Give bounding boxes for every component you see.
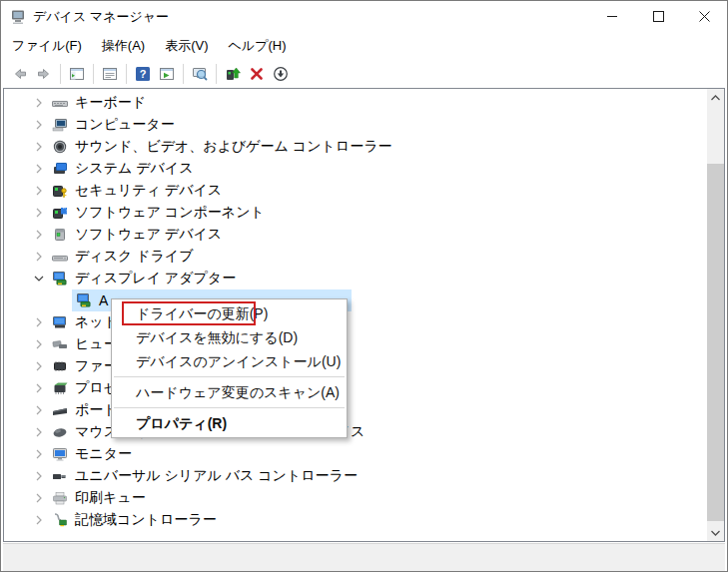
tree-item[interactable]: ディスプレイ アダプター [4,268,724,289]
tree-item-label: モニター [75,445,132,463]
tree-item[interactable]: ディスク ドライブ [4,246,724,268]
close-button[interactable] [681,1,727,32]
chevron-collapsed-icon[interactable] [34,95,52,111]
chevron-collapsed-icon[interactable] [34,424,52,440]
chevron-collapsed-icon[interactable] [34,446,52,462]
update-driver-icon [225,66,241,82]
tree-item-label: ソフトウェア コンポーネント [75,204,265,222]
tree-item-label: ディスク ドライブ [75,248,194,266]
tree-item[interactable]: 記憶域コントローラー [4,509,724,531]
minimize-button[interactable] [589,1,635,32]
action-pane-button[interactable] [156,63,178,85]
toolbar-separator [183,64,184,84]
menubar-item-2[interactable]: 表示(V) [155,32,218,60]
svg-text:?: ? [140,68,147,80]
scroll-down-button[interactable] [707,524,724,541]
vertical-scrollbar[interactable] [707,89,724,541]
chevron-collapsed-icon[interactable] [34,117,52,133]
context-menu-item-6[interactable]: プロパティ(R) [112,411,347,435]
chevron-collapsed-icon[interactable] [34,336,52,352]
tree-item-label: ソフトウェア デバイス [75,226,222,244]
scroll-up-button[interactable] [707,89,724,106]
help-button[interactable]: ? [132,63,154,85]
display-adapter-icon [76,292,92,308]
chevron-collapsed-icon[interactable] [34,227,52,243]
context-menu-item-4[interactable]: ハードウェア変更のスキャン(A) [112,380,347,404]
system-device-icon [52,161,68,177]
scan-hardware-icon [192,66,208,82]
chevron-collapsed-icon[interactable] [34,380,52,396]
minimize-icon [607,16,617,17]
action-pane-icon [159,66,175,82]
software-device-icon [52,227,68,243]
menubar-item-3[interactable]: ヘルプ(H) [219,32,297,60]
show-console-tree-icon [69,66,85,82]
chevron-collapsed-icon[interactable] [34,249,52,265]
tree-item-label: ユニバーサル シリアル バス コントローラー [75,467,358,485]
context-menu-item-1[interactable]: デバイスを無効にする(D) [112,325,347,349]
storage-controller-icon [52,512,68,528]
tree-item-label: キーボード [75,94,146,112]
forward-button[interactable] [33,63,55,85]
tree-item-label: ディスプレイ アダプター [75,270,236,287]
context-menu: ドライバーの更新(P)デバイスを無効にする(D)デバイスのアンインストール(U)… [111,298,348,438]
show-console-tree-button[interactable] [66,63,88,85]
computer-icon [52,117,68,133]
chevron-collapsed-icon[interactable] [34,205,52,221]
port-icon [52,402,68,418]
disable-device-button[interactable] [270,63,292,85]
tree-item[interactable]: セキュリティ デバイス [4,180,724,202]
tree-item-label: システム デバイス [75,160,194,178]
maximize-icon [653,11,664,22]
software-component-icon [52,205,68,221]
titlebar: デバイス マネージャー [1,1,727,32]
chevron-collapsed-icon[interactable] [34,314,52,330]
scrollbar-thumb[interactable] [707,164,724,521]
chevron-down-icon [711,530,720,536]
toolbar-separator [126,64,127,84]
tree-item[interactable]: キーボード [4,92,724,114]
processor-icon [52,380,68,396]
menu-separator [114,407,345,408]
uninstall-device-button[interactable] [246,63,268,85]
chevron-collapsed-icon[interactable] [34,183,52,199]
menubar-item-1[interactable]: 操作(A) [92,32,155,60]
back-button[interactable] [9,63,31,85]
toolbar-separator [216,64,217,84]
disk-drive-icon [52,249,68,265]
help-icon: ? [135,66,151,82]
update-driver-button[interactable] [222,63,244,85]
menubar: ファイル(F)操作(A)表示(V)ヘルプ(H) [1,32,727,59]
tree-item[interactable]: システム デバイス [4,158,724,180]
maximize-button[interactable] [635,1,681,32]
chevron-collapsed-icon[interactable] [34,468,52,484]
chevron-collapsed-icon[interactable] [34,512,52,528]
network-adapter-icon [52,314,68,330]
chevron-collapsed-icon[interactable] [34,358,52,374]
tree-item[interactable]: コンピューター [4,114,724,136]
chevron-up-icon [711,95,720,101]
chevron-collapsed-icon[interactable] [34,139,52,155]
tree-item[interactable]: 印刷キュー [4,487,724,509]
context-menu-item-0[interactable]: ドライバーの更新(P) [112,301,347,325]
tree-item[interactable]: ソフトウェア コンポーネント [4,202,724,224]
context-menu-item-2[interactable]: デバイスのアンインストール(U) [112,349,347,373]
scan-hardware-button[interactable] [189,63,211,85]
menubar-item-0[interactable]: ファイル(F) [2,32,92,60]
window-title: デバイス マネージャー [33,8,169,26]
device-manager-window: デバイス マネージャー ファイル(F)操作(A)表示(V)ヘルプ(H) ? キー… [0,0,728,572]
chevron-expanded-icon[interactable] [34,271,52,286]
toolbar-separator [60,64,61,84]
tree-item[interactable]: ユニバーサル シリアル バス コントローラー [4,465,724,487]
properties-button[interactable] [99,63,121,85]
chevron-collapsed-icon[interactable] [34,402,52,418]
tree-item-label: A [99,292,108,308]
device-manager-app-icon [10,9,26,25]
tree-item[interactable]: ソフトウェア デバイス [4,224,724,246]
tree-item[interactable]: サウンド、ビデオ、およびゲーム コントローラー [4,136,724,158]
disable-device-icon [273,66,289,82]
tree-item[interactable]: モニター [4,443,724,465]
chevron-collapsed-icon[interactable] [34,490,52,506]
chevron-collapsed-icon[interactable] [34,161,52,177]
status-bar [3,543,725,571]
